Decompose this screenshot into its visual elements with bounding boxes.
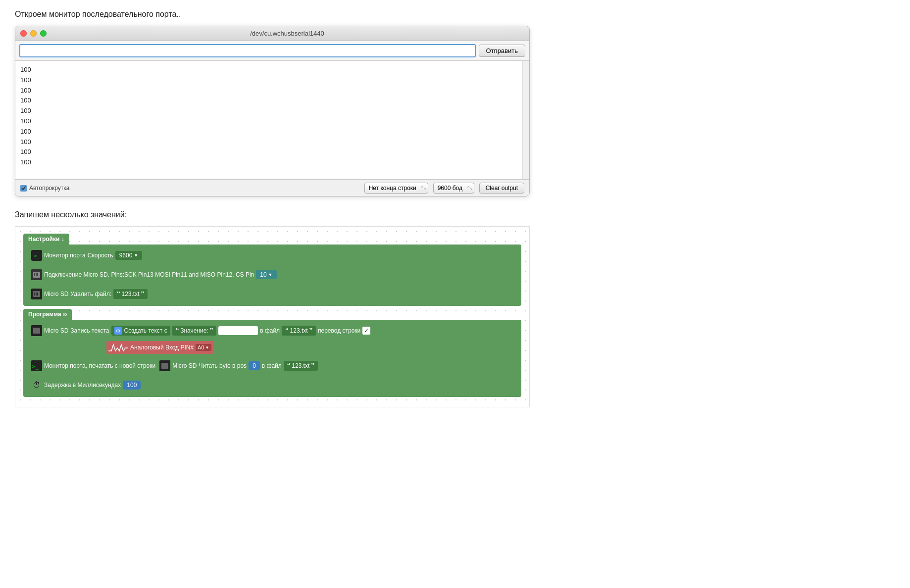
input-toolbar: Отправить — [15, 41, 529, 61]
block4-newline-label: перевод строки — [318, 327, 360, 334]
output-line: 100 — [20, 75, 524, 86]
autoscroll-text: Автопрокрутка — [29, 185, 69, 192]
svg-rect-18 — [161, 363, 168, 369]
settings-body: >_ Монитор порта Скорость 9600 Подключен… — [23, 245, 521, 306]
terminal-icon-2: >_ — [31, 360, 42, 371]
block7-delay-value[interactable]: 100 — [123, 381, 141, 390]
baud-rate-wrapper[interactable]: 300 1200 2400 4800 9600 бод 19200 38400 … — [433, 183, 474, 194]
block6-read-label: Читать byte в pos — [199, 362, 247, 369]
block-monitor-speed: >_ Монитор порта Скорость 9600 — [27, 247, 517, 263]
block-filename-3[interactable]: ❝ 123.txt ❞ — [113, 289, 148, 299]
block-microsd-label: Подключение Micro SD. Pins:SCK Pin13 MOS… — [44, 271, 254, 278]
block4-filename[interactable]: ❝ 123.txt ❞ — [282, 326, 316, 336]
svg-rect-4 — [34, 273, 35, 276]
autoscroll-checkbox[interactable] — [20, 185, 27, 192]
svg-rect-10 — [36, 293, 37, 295]
serial-input[interactable] — [19, 44, 476, 57]
output-line: 100 — [20, 86, 524, 96]
block-speed-value[interactable]: 9600 — [115, 251, 143, 260]
analog-wave-icon — [108, 342, 128, 353]
block-delete-file: Micro SD Удалить файл: ❝ 123.txt ❞ — [27, 286, 517, 302]
settings-section: Настройки ↓ >_ Монитор порта Скорость 96… — [23, 234, 521, 306]
block4-value-string[interactable]: ❝ Значение: ❞ — [172, 326, 216, 336]
block-delete-label: Удалить файл: — [70, 291, 111, 297]
block-cs-value[interactable]: 10 — [256, 270, 276, 279]
block-sd-label: Micro SD — [44, 291, 68, 297]
output-line: 100 — [20, 106, 524, 116]
output-lines: 100100100100100100100100100100 — [20, 65, 524, 168]
svg-rect-9 — [34, 293, 35, 295]
block-write-text: Micro SD Запись текста ⚙ Создать текст с… — [27, 323, 517, 339]
serial-output[interactable]: 100100100100100100100100100100 — [15, 61, 529, 180]
program-section: Программа ∞ Micro SD Запись текста ⚙ Соз… — [23, 309, 521, 397]
analog-block-container: Аналоговый Вход PIN# A0 — [106, 341, 517, 354]
block4-checkbox[interactable]: ✓ — [362, 327, 370, 335]
status-bar: Автопрокрутка Нет конца строки Новая стр… — [15, 180, 529, 196]
sd-icon-4 — [159, 360, 170, 371]
program-header[interactable]: Программа ∞ — [23, 309, 72, 320]
clock-icon: ⏱ — [31, 380, 42, 391]
block6-sd-label: Micro SD — [172, 362, 197, 369]
line-ending-select[interactable]: Нет конца строки Новая строка Возврат ка… — [364, 183, 428, 194]
analog-pin-select[interactable]: A0 — [196, 344, 211, 351]
output-line: 100 — [20, 137, 524, 147]
window-title: /dev/cu.wchusbserial1440 — [50, 30, 524, 37]
block-microsd-connect: Подключение Micro SD. Pins:SCK Pin13 MOS… — [27, 267, 517, 283]
svg-rect-5 — [36, 273, 37, 276]
sd-icon-3 — [31, 325, 42, 336]
maximize-button[interactable] — [40, 30, 47, 37]
page-heading-1: Откроем монитор последовательного порта.… — [15, 10, 895, 19]
block4-write-label: Запись текста — [70, 327, 109, 334]
block4-file-label: в файл — [260, 327, 280, 334]
page-heading-2: Запишем несколько значений: — [15, 210, 895, 219]
terminal-icon: >_ — [31, 250, 42, 261]
serial-monitor-window: /dev/cu.wchusbserial1440 Отправить 10010… — [15, 26, 530, 196]
block4-sd-label: Micro SD — [44, 327, 68, 334]
clear-output-button[interactable]: Clear output — [479, 183, 524, 194]
create-icon: ⚙ — [114, 327, 122, 335]
send-button[interactable]: Отправить — [479, 45, 525, 57]
baud-rate-select[interactable]: 300 1200 2400 4800 9600 бод 19200 38400 … — [433, 183, 474, 194]
output-line: 100 — [20, 116, 524, 127]
titlebar: /dev/cu.wchusbserial1440 — [15, 26, 529, 41]
block-delay: ⏱ Задержка в Миллисекундах 100 — [27, 377, 517, 393]
output-line: 100 — [20, 147, 524, 157]
autoscroll-label[interactable]: Автопрокрутка — [20, 185, 69, 192]
blockly-workspace: Настройки ↓ >_ Монитор порта Скорость 96… — [15, 226, 530, 407]
svg-text:>_: >_ — [34, 253, 40, 258]
minimize-button[interactable] — [30, 30, 37, 37]
block6-file-label: в файл — [262, 362, 282, 369]
output-line: 100 — [20, 127, 524, 137]
block4-create-text: ⚙ Создать текст с — [111, 326, 170, 336]
program-body: Micro SD Запись текста ⚙ Создать текст с… — [23, 320, 521, 397]
settings-header[interactable]: Настройки ↓ — [23, 234, 69, 245]
sd-icon-2 — [31, 289, 42, 299]
svg-rect-11 — [37, 293, 38, 295]
close-button[interactable] — [20, 30, 27, 37]
block4-text-input[interactable] — [218, 326, 258, 335]
block-speed-label: Скорость — [88, 252, 113, 259]
output-line: 100 — [20, 157, 524, 168]
sd-icon — [31, 269, 42, 280]
block6-filename[interactable]: ❝ 123.txt ❞ — [284, 361, 318, 371]
svg-rect-6 — [37, 273, 38, 276]
svg-text:>_: >_ — [32, 363, 39, 370]
block6-pos-value[interactable]: 0 — [249, 361, 260, 370]
scrollbar[interactable] — [522, 61, 529, 179]
block-monitor-label: Монитор порта — [44, 252, 86, 259]
output-line: 100 — [20, 96, 524, 106]
svg-rect-13 — [33, 328, 40, 334]
output-line: 100 — [20, 65, 524, 75]
analog-label: Аналоговый Вход PIN# — [130, 344, 194, 351]
analog-input-block: Аналоговый Вход PIN# A0 — [106, 341, 213, 354]
block-print-read: >_ Монитор порта, печатать с новой строк… — [27, 358, 517, 374]
line-ending-wrapper[interactable]: Нет конца строки Новая строка Возврат ка… — [364, 183, 428, 194]
block7-delay-label: Задержка в Миллисекундах — [44, 382, 121, 389]
block6-monitor-label: Монитор порта, печатать с новой строки — [44, 362, 155, 369]
